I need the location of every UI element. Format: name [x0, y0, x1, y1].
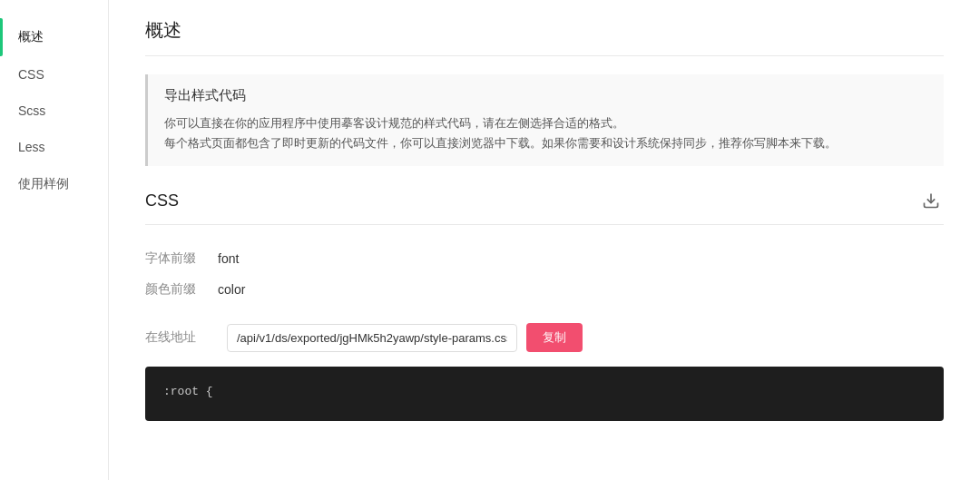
sidebar: 概述 CSS Scss Less 使用样例: [0, 0, 109, 480]
page-title: 概述: [145, 18, 944, 56]
download-icon: [922, 191, 940, 210]
css-section-title: CSS: [145, 191, 179, 211]
css-section-header: CSS: [145, 188, 944, 225]
code-block: :root {: [145, 367, 944, 421]
sidebar-item-usage[interactable]: 使用样例: [0, 165, 108, 203]
export-section-title: 导出样式代码: [164, 87, 927, 104]
prop-row-color: 颜色前缀 color: [145, 274, 944, 305]
export-section: 导出样式代码 你可以直接在你的应用程序中使用摹客设计规范的样式代码，请在左侧选择…: [145, 74, 944, 166]
sidebar-item-scss[interactable]: Scss: [0, 93, 108, 129]
sidebar-item-overview[interactable]: 概述: [0, 18, 108, 56]
main-content: 概述 导出样式代码 你可以直接在你的应用程序中使用摹客设计规范的样式代码，请在左…: [109, 0, 980, 480]
export-description-2: 每个格式页面都包含了即时更新的代码文件，你可以直接浏览器中下载。如果你需要和设计…: [164, 133, 927, 153]
prop-row-font: 字体前缀 font: [145, 243, 944, 274]
prop-label-color: 颜色前缀: [145, 281, 218, 298]
url-label: 在线地址: [145, 329, 218, 346]
copy-button[interactable]: 复制: [526, 323, 583, 352]
properties-table: 字体前缀 font 颜色前缀 color: [145, 243, 944, 305]
prop-value-font: font: [218, 251, 239, 266]
url-row: 在线地址 复制: [145, 323, 944, 352]
download-button[interactable]: [918, 188, 944, 213]
sidebar-item-css[interactable]: CSS: [0, 56, 108, 93]
css-section: CSS 字体前缀 font 颜色前缀 color 在线地: [145, 188, 944, 421]
url-input[interactable]: [227, 324, 517, 352]
sidebar-item-less[interactable]: Less: [0, 129, 108, 165]
export-description-1: 你可以直接在你的应用程序中使用摹客设计规范的样式代码，请在左侧选择合适的格式。: [164, 113, 927, 133]
code-preview: :root {: [163, 383, 926, 402]
prop-label-font: 字体前缀: [145, 250, 218, 267]
prop-value-color: color: [218, 282, 245, 297]
